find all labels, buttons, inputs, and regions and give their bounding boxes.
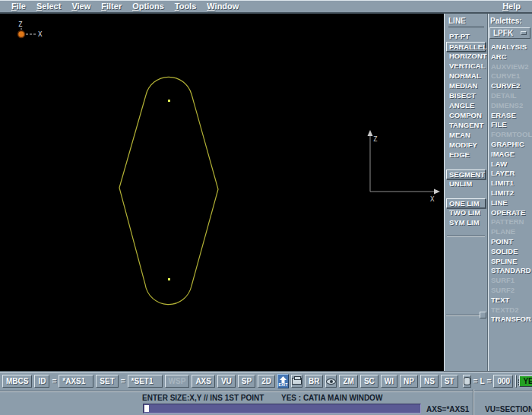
function-option[interactable]: SYM LIM bbox=[446, 218, 486, 228]
menu-item[interactable]: Filter bbox=[96, 0, 127, 12]
palette-item[interactable]: LINE bbox=[488, 198, 532, 208]
function-option[interactable]: BISECT bbox=[446, 91, 486, 101]
profile-curve[interactable] bbox=[119, 77, 218, 304]
yes-button[interactable]: YES bbox=[519, 375, 532, 387]
palette-item[interactable]: SURF1 bbox=[488, 276, 532, 286]
function-option[interactable]: VERTICAL bbox=[446, 62, 486, 71]
function-option[interactable]: HORIZONT bbox=[446, 52, 486, 62]
palette-item[interactable]: TRANSFOR bbox=[488, 315, 532, 325]
mode-button[interactable]: WSP bbox=[165, 375, 190, 388]
origin-marker[interactable] bbox=[18, 31, 25, 38]
mode-button[interactable]: VU bbox=[217, 375, 236, 388]
palette-item[interactable]: IMAGE bbox=[488, 150, 532, 160]
function-option[interactable]: ONE LIM bbox=[446, 198, 486, 208]
set-button[interactable]: SET bbox=[96, 375, 118, 388]
function-option[interactable]: ANGLE bbox=[446, 101, 486, 111]
palette-item[interactable]: AUXVIEW2 bbox=[488, 62, 532, 72]
mode-button[interactable]: 2D bbox=[258, 375, 275, 388]
current-layer-field[interactable]: 000 bbox=[493, 375, 513, 388]
profile-center-point-bottom[interactable] bbox=[168, 278, 170, 280]
function-section-type: SEGMENT UNLIM bbox=[445, 169, 487, 189]
palette-item[interactable]: GRAPHIC bbox=[488, 140, 532, 150]
palette-item[interactable]: POINT bbox=[488, 237, 532, 247]
palette-item[interactable]: TEXT bbox=[488, 296, 532, 306]
mbcs-button[interactable]: MBCS bbox=[2, 375, 32, 388]
palette-item[interactable]: STANDARD bbox=[488, 266, 532, 276]
palette-item[interactable]: SPLINE bbox=[488, 257, 532, 267]
function-option[interactable]: MEDIAN bbox=[446, 81, 486, 91]
axis-z-label: Z bbox=[373, 135, 378, 143]
function-option[interactable]: EDGE bbox=[446, 150, 486, 160]
exit-button[interactable]: EXIT bbox=[277, 374, 289, 388]
palette-item[interactable]: LAW bbox=[488, 160, 532, 169]
palette-item[interactable]: CURVE1 bbox=[488, 71, 532, 81]
palette-item[interactable]: OPERATE bbox=[488, 208, 532, 218]
fixed-menu-toolbar: MBCS ID = *AXS1 SET = *SET1 WSP AXS VU S… bbox=[0, 371, 532, 391]
view-button[interactable]: ST bbox=[441, 375, 458, 388]
filter-button[interactable] bbox=[463, 375, 471, 388]
display-icon bbox=[326, 379, 336, 385]
view-button[interactable]: NP bbox=[400, 375, 418, 388]
function-option[interactable]: NORMAL bbox=[446, 71, 486, 81]
function-option[interactable]: TANGENT bbox=[446, 121, 486, 131]
current-axis-readout: AXS=*AXS1 bbox=[426, 405, 469, 413]
function-option[interactable]: UNLIM bbox=[446, 179, 486, 189]
palette-item[interactable]: FILE bbox=[488, 120, 532, 130]
palette-item[interactable]: PATTERN bbox=[488, 217, 532, 227]
palette-item[interactable]: SURF2 bbox=[488, 286, 532, 296]
menu-item-help[interactable]: Help bbox=[497, 0, 526, 12]
profile-center-point-top[interactable] bbox=[168, 100, 170, 102]
palette-item[interactable]: DETAIL bbox=[488, 91, 532, 101]
palette-item[interactable]: ERASE bbox=[488, 111, 532, 121]
view-button[interactable]: SC bbox=[360, 375, 378, 388]
pane-resize-handle[interactable] bbox=[480, 312, 486, 318]
mode-button[interactable]: AXS bbox=[192, 375, 215, 388]
status-bar: ENTER SIZE:X,Y // INS 1ST POINT YES : CA… bbox=[0, 391, 532, 403]
function-option[interactable]: TWO LIM bbox=[446, 208, 486, 218]
function-option[interactable]: SEGMENT bbox=[446, 169, 486, 179]
menu-item[interactable]: View bbox=[66, 0, 96, 12]
palette-item[interactable]: FORMTOOL bbox=[488, 130, 532, 140]
view-button[interactable]: WI bbox=[381, 375, 397, 388]
palette-device-selector[interactable]: LPFK bbox=[489, 27, 530, 39]
current-axis-field[interactable]: *AXS1 bbox=[59, 375, 93, 388]
option-menu-grip-icon bbox=[521, 31, 527, 35]
keypad-button[interactable] bbox=[515, 375, 517, 388]
function-divider bbox=[447, 236, 485, 237]
function-option[interactable]: MODIFY bbox=[446, 141, 486, 150]
id-button[interactable]: ID bbox=[34, 375, 49, 388]
axis-x-arrow bbox=[434, 189, 440, 195]
view-button[interactable]: NS bbox=[420, 375, 439, 388]
br-button[interactable]: BR bbox=[305, 375, 323, 388]
function-option[interactable]: PARALLEL bbox=[446, 42, 486, 52]
screen-layout-button[interactable] bbox=[325, 375, 337, 388]
palettes-panel: Palettes: LPFK ANALYSIS ARC AUXVIEW2 CUR… bbox=[487, 14, 532, 371]
menu-item[interactable]: Select bbox=[31, 0, 66, 12]
menu-item[interactable]: Window bbox=[201, 0, 244, 12]
printer-icon bbox=[292, 378, 302, 385]
palette-item[interactable]: ANALYSIS bbox=[488, 43, 532, 52]
palette-item[interactable]: LAYER bbox=[488, 169, 532, 179]
palette-item[interactable]: PLANE bbox=[488, 227, 532, 237]
palette-item[interactable]: LIMIT1 bbox=[488, 179, 532, 188]
palette-item[interactable]: ARC bbox=[488, 52, 532, 62]
drawing-canvas[interactable]: Z X Z X bbox=[0, 14, 444, 371]
axis-z-arrow bbox=[368, 130, 373, 136]
palette-item[interactable]: SOLIDE bbox=[488, 247, 532, 257]
menu-item[interactable]: Tools bbox=[169, 0, 202, 12]
menu-item[interactable]: Options bbox=[127, 0, 169, 12]
palette-item[interactable]: DIMENS2 bbox=[488, 101, 532, 111]
current-set-field[interactable]: *SET1 bbox=[128, 375, 163, 388]
view-button[interactable]: ZM bbox=[339, 375, 357, 388]
menu-item[interactable]: File bbox=[6, 0, 31, 12]
palette-item[interactable]: CURVE2 bbox=[488, 81, 532, 91]
function-option[interactable]: COMPON bbox=[446, 111, 486, 121]
mode-button[interactable]: SP bbox=[238, 375, 255, 388]
plot-button[interactable] bbox=[291, 375, 302, 388]
function-option[interactable]: MEAN bbox=[446, 131, 486, 141]
function-option[interactable]: PT-PT bbox=[446, 32, 486, 42]
palette-item[interactable]: LIMIT2 bbox=[488, 188, 532, 198]
command-input[interactable] bbox=[143, 404, 421, 413]
bottom-right-separator bbox=[473, 389, 474, 415]
palette-item[interactable]: TEXTD2 bbox=[488, 306, 532, 315]
